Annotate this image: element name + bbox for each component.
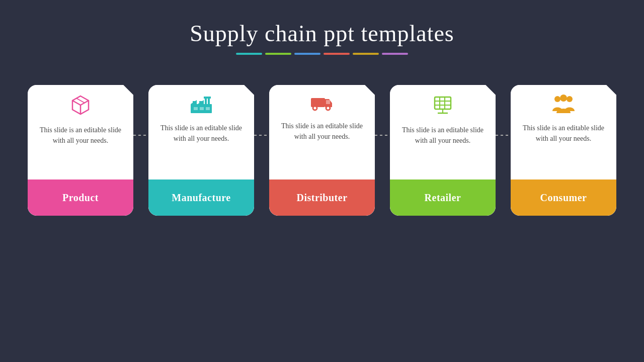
dec-line-1 <box>236 53 262 55</box>
factory-icon <box>190 94 213 118</box>
card-consumer-label: Consumer <box>540 192 587 204</box>
connector-3 <box>375 135 390 136</box>
card-consumer: This slide is an editable slide with all… <box>511 85 616 216</box>
dec-line-5 <box>353 53 379 55</box>
dec-line-3 <box>294 53 320 55</box>
card-product: This slide is an editable slide with all… <box>28 85 133 216</box>
svg-marker-8 <box>191 100 197 104</box>
card-retailer-description: This slide is an editable slide with all… <box>398 125 488 146</box>
svg-line-1 <box>72 101 80 105</box>
svg-line-4 <box>76 99 85 103</box>
card-consumer-top: This slide is an editable slide with all… <box>511 85 616 179</box>
card-manufacture-label: Manufacture <box>172 192 230 204</box>
card-manufacture-description: This slide is an editable slide with all… <box>156 123 246 144</box>
connector-1 <box>133 135 148 136</box>
connector-2 <box>254 135 269 136</box>
card-manufacture-top: This slide is an editable slide with all… <box>148 85 254 179</box>
svg-rect-12 <box>204 97 211 99</box>
decorative-lines <box>190 53 454 55</box>
people-icon <box>551 94 576 118</box>
card-consumer-bottom: Consumer <box>511 179 616 216</box>
cart-icon <box>432 94 454 120</box>
card-manufacture: This slide is an editable slide with all… <box>148 85 254 216</box>
svg-point-32 <box>560 95 567 102</box>
card-retailer: This slide is an editable slide with all… <box>390 85 496 216</box>
card-manufacture-bottom: Manufacture <box>148 179 254 216</box>
truck-icon <box>310 94 334 116</box>
card-retailer-label: Retailer <box>425 192 461 204</box>
card-consumer-description: This slide is an editable slide with all… <box>519 123 608 144</box>
header: Supply chain ppt templates <box>190 20 454 55</box>
card-distributer-bottom: Distributer <box>269 179 375 216</box>
box-icon <box>69 94 92 120</box>
card-retailer-top: This slide is an editable slide with all… <box>390 85 496 179</box>
svg-point-30 <box>554 96 560 102</box>
card-distributer-top: This slide is an editable slide with all… <box>269 85 375 179</box>
svg-rect-18 <box>326 100 330 104</box>
dec-line-4 <box>324 53 350 55</box>
card-distributer-label: Distributer <box>296 192 347 204</box>
svg-point-22 <box>327 107 330 110</box>
card-distributer-description: This slide is an editable slide with all… <box>277 121 367 142</box>
svg-point-20 <box>314 107 316 110</box>
card-product-top: This slide is an editable slide with all… <box>28 85 133 179</box>
svg-rect-13 <box>194 107 198 110</box>
svg-rect-11 <box>208 98 210 104</box>
card-product-description: This slide is an editable slide with all… <box>36 125 125 146</box>
card-product-label: Product <box>62 192 99 204</box>
dec-line-6 <box>382 53 408 55</box>
svg-rect-15 <box>206 107 210 110</box>
dec-line-2 <box>265 53 291 55</box>
svg-rect-10 <box>205 98 207 104</box>
svg-rect-14 <box>200 107 204 110</box>
svg-point-31 <box>567 96 573 102</box>
cards-container: This slide is an editable slide with all… <box>28 85 616 216</box>
card-distributer: This slide is an editable slide with all… <box>269 85 375 216</box>
card-product-bottom: Product <box>28 179 133 216</box>
card-retailer-bottom: Retailer <box>390 179 496 216</box>
page-title: Supply chain ppt templates <box>190 20 454 47</box>
connector-4 <box>496 135 511 136</box>
svg-rect-16 <box>311 98 325 107</box>
svg-rect-23 <box>435 97 451 109</box>
svg-marker-9 <box>198 100 204 104</box>
